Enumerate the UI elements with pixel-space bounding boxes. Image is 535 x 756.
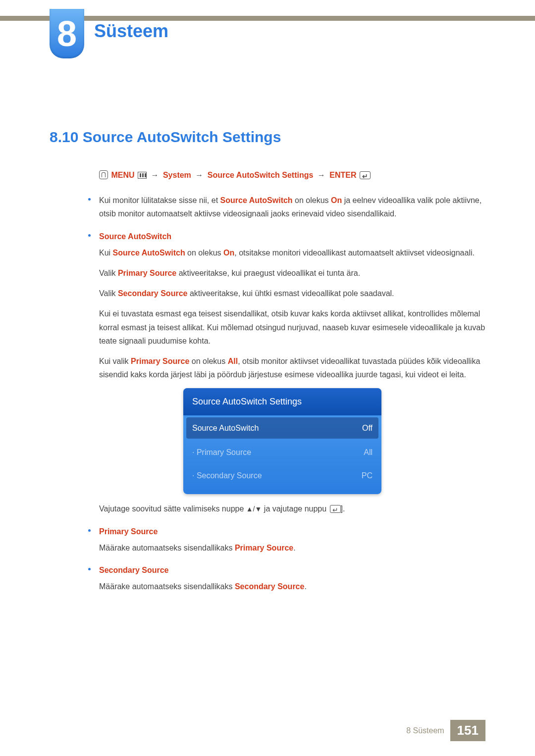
footer: 8 Süsteem 151 — [406, 720, 485, 741]
kw: Source AutoSwitch — [113, 249, 185, 257]
osd-label: · Primary Source — [192, 446, 251, 459]
text: . — [304, 582, 306, 591]
text: on olekus — [293, 196, 331, 204]
touch-icon — [99, 170, 108, 179]
text: Kui ei tuvastata esmast ega teisest sise… — [99, 307, 485, 348]
text: ja vajutage nuppu — [262, 504, 328, 513]
path-sas: Source AutoSwitch Settings — [208, 171, 314, 179]
footer-chapter-label: 8 Süsteem — [406, 726, 450, 735]
osd-row-primary-source[interactable]: · Primary Source All — [183, 441, 381, 464]
bullet-dot-icon — [88, 198, 91, 201]
kw: On — [223, 249, 234, 257]
text: Kui valik — [99, 357, 131, 365]
secondary-source-bullet: Secondary Source Määrake automaatseks si… — [99, 563, 485, 593]
updown-arrows-icon: ▲/▼ — [246, 505, 262, 513]
menu-label: MENU — [111, 171, 134, 179]
chapter-tab: 8 — [50, 9, 84, 58]
kw-source-autoswitch: Source AutoSwitch — [220, 196, 293, 204]
kw: All — [228, 357, 238, 365]
menu-icon — [138, 172, 147, 179]
osd-label: · Secondary Source — [192, 469, 262, 482]
bullet-dot-icon — [88, 234, 91, 237]
kw: Secondary Source — [118, 289, 188, 298]
secondary-source-title: Secondary Source — [99, 563, 485, 577]
kw: Secondary Source — [235, 582, 305, 591]
text: , otsitakse monitori videoallikast autom… — [234, 249, 475, 257]
text: on olekus — [189, 357, 227, 365]
osd-label: Source AutoSwitch — [192, 421, 259, 435]
section-heading: 8.10 Source AutoSwitch Settings — [50, 129, 281, 146]
osd-row-source-autoswitch[interactable]: Source AutoSwitch Off — [186, 417, 378, 439]
kw-on: On — [331, 196, 342, 204]
source-autoswitch-title: Source AutoSwitch — [99, 230, 485, 243]
text: Määrake automaatseks sisendallikaks — [99, 544, 235, 552]
nav-hint: Vajutage soovitud sätte valimiseks nuppe… — [99, 502, 485, 515]
arrow-icon: → — [149, 171, 160, 179]
text: . — [293, 544, 295, 552]
osd-panel: Source AutoSwitch Settings Source AutoSw… — [183, 388, 381, 494]
osd-row-secondary-source[interactable]: · Secondary Source PC — [183, 464, 381, 487]
enter-icon — [330, 505, 341, 513]
text: Vajutage soovitud sätte valimiseks nuppe — [99, 504, 246, 513]
primary-source-bullet: Primary Source Määrake automaatseks sise… — [99, 525, 485, 554]
arrow-icon: → — [316, 171, 327, 179]
arrow-icon: → — [193, 171, 205, 179]
intro-bullet: Kui monitor lülitatakse sisse nii, et So… — [99, 194, 485, 220]
kw: Primary Source — [235, 544, 293, 552]
chapter-number: 8 — [57, 16, 77, 51]
chapter-title: Süsteem — [94, 21, 168, 42]
text: Kui monitor lülitatakse sisse nii, et — [99, 196, 220, 204]
text: aktiveeritakse, kui ühtki esmast videoal… — [187, 289, 394, 298]
osd-header: Source AutoSwitch Settings — [183, 388, 381, 415]
source-autoswitch-bullet: Source AutoSwitch Kui Source AutoSwitch … — [99, 230, 485, 516]
primary-source-title: Primary Source — [99, 525, 485, 538]
path-enter: ENTER — [329, 171, 356, 179]
path-system: System — [163, 171, 191, 179]
content-area: MENU → System → Source AutoSwitch Settin… — [99, 168, 485, 602]
osd-value: All — [364, 446, 373, 459]
bullet-dot-icon — [88, 529, 91, 532]
page-number: 151 — [450, 720, 485, 741]
text: ]. — [341, 504, 345, 513]
text: Määrake automaatseks sisendallikaks — [99, 582, 235, 591]
bullet-dot-icon — [88, 568, 91, 570]
kw: Primary Source — [118, 269, 176, 277]
text: Valik — [99, 289, 118, 298]
menu-path: MENU → System → Source AutoSwitch Settin… — [99, 168, 485, 182]
text: on olekus — [185, 249, 223, 257]
kw: Primary Source — [131, 357, 189, 365]
osd-value: PC — [362, 469, 373, 482]
text: Kui — [99, 249, 113, 257]
text: Valik — [99, 269, 118, 277]
enter-icon — [360, 171, 371, 179]
text: aktiveeritakse, kui praegust videoallika… — [176, 269, 360, 277]
osd-value: Off — [362, 421, 373, 435]
